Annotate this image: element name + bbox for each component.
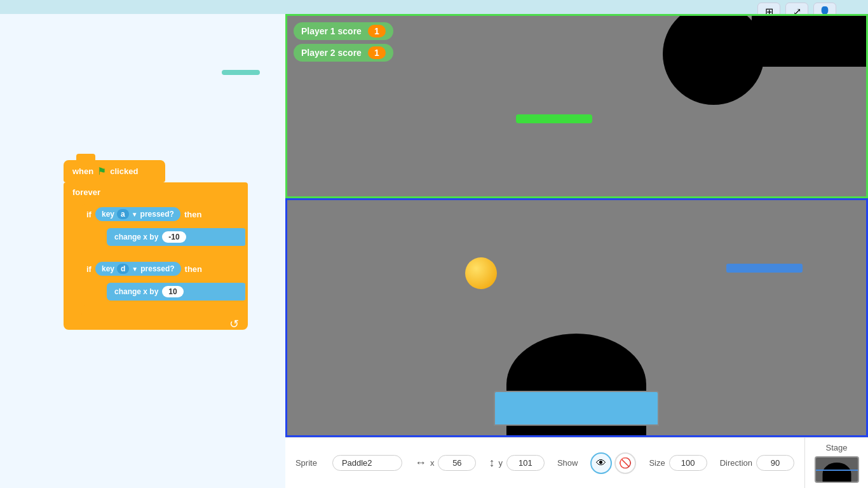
key-label-a: key [102, 210, 114, 219]
score2-label: Player 2 score [301, 48, 362, 58]
game-ball [465, 257, 497, 289]
forever-header: forever [64, 182, 248, 201]
stage-thumbnail[interactable] [815, 456, 859, 483]
change-x-neg10-block[interactable]: change x by -10 [107, 228, 245, 246]
y-coord-group: ↕ y [489, 455, 545, 471]
key-d-condition[interactable]: key d ▼ pressed? [95, 262, 181, 276]
score1-label: Player 1 score [301, 26, 362, 36]
y-label: y [498, 458, 503, 468]
y-arrows-icon: ↕ [489, 456, 494, 470]
then-label-d: then [185, 264, 202, 274]
if-block-a: if key a ▼ pressed? then change x b [81, 204, 245, 251]
top-black-circle [663, 14, 764, 105]
forever-block: forever if key a ▼ pressed? [64, 182, 248, 330]
sprite-label: Sprite [295, 458, 317, 468]
top-bar: ⊞ ⤢ 👤 [0, 0, 868, 14]
key-d-value: d [117, 264, 129, 274]
if-label-a: if [86, 210, 92, 219]
x-label: x [430, 458, 435, 468]
eye-icon: 👁 [596, 458, 606, 469]
key-label-d: key [102, 264, 114, 273]
top-black-rect [752, 16, 866, 67]
loop-arrow-icon: ↺ [229, 317, 239, 331]
direction-input[interactable] [756, 455, 794, 471]
if-d-body: change x by 10 [81, 279, 245, 306]
key-a-condition[interactable]: key a ▼ pressed? [95, 207, 180, 221]
direction-label: Direction [720, 458, 752, 468]
flag-icon: ⚑ [97, 165, 106, 177]
main-area: when ⚑ clicked forever if key [0, 14, 868, 488]
stage-thumb-line [816, 470, 858, 471]
score2-value: 1 [368, 46, 386, 59]
size-input[interactable] [669, 455, 707, 471]
decorative-bar [222, 70, 260, 75]
chevron-down-icon-a: ▼ [132, 211, 138, 218]
size-group: Size [649, 455, 707, 471]
stage-title: Stage [826, 443, 848, 452]
show-hidden-button[interactable]: 🚫 [614, 452, 636, 474]
sprite-panel: Sprite ↔ x ↕ y Show 👁 [285, 437, 804, 488]
if-a-body: change x by -10 [81, 224, 245, 251]
blue-platform [494, 391, 659, 426]
x-coord-input[interactable] [438, 455, 476, 471]
top-green-paddle [516, 114, 592, 123]
blocks-container: when ⚑ clicked forever if key [64, 160, 248, 330]
pressed-label-d: pressed? [140, 264, 174, 273]
y-coord-input[interactable] [506, 455, 545, 471]
right-panel: Player 1 score 1 Player 2 score 1 [285, 14, 868, 488]
show-visible-button[interactable]: 👁 [590, 452, 612, 474]
pressed-label-a: pressed? [140, 210, 174, 219]
forever-content: if key a ▼ pressed? then change x b [64, 201, 248, 318]
change-x-10-block[interactable]: change x by 10 [107, 283, 245, 301]
score-row-2: Player 2 score 1 [294, 44, 393, 62]
bottom-sprite-row: Sprite ↔ x ↕ y Show 👁 [285, 437, 868, 488]
change-x-by-label-d: change x by [114, 287, 158, 296]
score-row-1: Player 1 score 1 [294, 22, 393, 40]
chevron-down-icon-d: ▼ [132, 266, 138, 273]
stage-panel: Stage [804, 437, 868, 488]
eye-slash-icon: 🚫 [619, 457, 632, 469]
forever-tail [81, 309, 245, 316]
if-d-header: if key d ▼ pressed? then [81, 259, 245, 279]
key-a-value: a [117, 209, 129, 219]
clicked-label: clicked [110, 166, 138, 176]
show-label: Show [557, 458, 578, 468]
pos10-value: 10 [162, 286, 183, 297]
size-label: Size [649, 458, 665, 468]
x-arrows-icon: ↔ [415, 456, 426, 470]
viewport-area: Player 1 score 1 Player 2 score 1 [285, 14, 868, 437]
if-label-d: if [86, 264, 92, 274]
score-overlay: Player 1 score 1 Player 2 score 1 [294, 22, 393, 62]
change-x-by-label-a: change x by [114, 233, 158, 241]
show-buttons: 👁 🚫 [590, 452, 636, 474]
stage-thumb-blob [822, 463, 851, 483]
if-a-header: if key a ▼ pressed? then [81, 204, 245, 224]
code-panel: when ⚑ clicked forever if key [0, 14, 285, 488]
sprite-name-input[interactable] [332, 455, 402, 471]
when-label: when [72, 166, 93, 176]
forever-label: forever [72, 187, 100, 197]
top-viewport: Player 1 score 1 Player 2 score 1 [285, 14, 868, 198]
forever-footer: ↺ [64, 318, 248, 330]
blue-paddle [726, 264, 803, 273]
bottom-viewport [285, 198, 868, 437]
then-label-a: then [184, 210, 201, 219]
neg10-value: -10 [162, 231, 186, 243]
if-block-d: if key d ▼ pressed? then change x b [81, 259, 245, 306]
direction-group: Direction [720, 455, 794, 471]
score1-value: 1 [368, 25, 386, 37]
x-coord-group: ↔ x [415, 455, 477, 471]
when-flag-clicked-block[interactable]: when ⚑ clicked [64, 160, 165, 182]
